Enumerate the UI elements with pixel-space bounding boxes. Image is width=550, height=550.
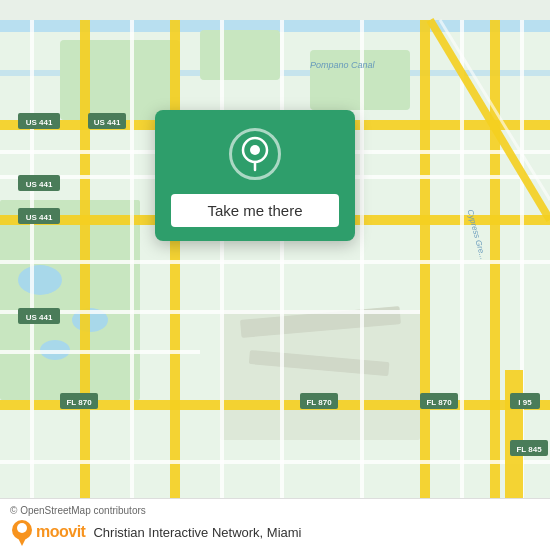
- svg-text:FL 870: FL 870: [306, 398, 332, 407]
- svg-text:US 441: US 441: [26, 118, 53, 127]
- attribution-text: © OpenStreetMap contributors: [10, 505, 540, 516]
- location-icon-wrap: [229, 128, 281, 180]
- svg-text:FL 870: FL 870: [426, 398, 452, 407]
- svg-rect-6: [0, 200, 140, 400]
- svg-point-65: [17, 523, 27, 533]
- moovit-logo: moovit: [10, 518, 85, 546]
- svg-rect-3: [60, 40, 180, 120]
- svg-rect-19: [490, 20, 500, 530]
- svg-rect-18: [420, 20, 430, 530]
- svg-text:US 441: US 441: [94, 118, 121, 127]
- svg-rect-30: [360, 20, 364, 530]
- svg-rect-26: [30, 20, 34, 530]
- map-svg: US 441 US 441 US 441 US 441 FL 814 US 44…: [0, 0, 550, 550]
- map-container: US 441 US 441 US 441 US 441 FL 814 US 44…: [0, 0, 550, 550]
- location-card: Take me there: [155, 110, 355, 241]
- svg-point-7: [18, 265, 62, 295]
- svg-point-62: [250, 145, 260, 155]
- bottom-bar: © OpenStreetMap contributors moovit Chri…: [0, 498, 550, 550]
- svg-marker-66: [17, 536, 27, 546]
- app-name: Christian Interactive Network, Miami: [93, 525, 301, 540]
- svg-text:FL 870: FL 870: [66, 398, 92, 407]
- take-me-there-button[interactable]: Take me there: [171, 194, 339, 227]
- svg-text:US 441: US 441: [26, 180, 53, 189]
- svg-rect-31: [460, 20, 464, 530]
- svg-text:US 441: US 441: [26, 213, 53, 222]
- location-pin-icon: [239, 136, 271, 172]
- moovit-pin-icon: [10, 518, 34, 546]
- app-title-row: moovit Christian Interactive Network, Mi…: [10, 518, 540, 546]
- svg-rect-16: [80, 20, 90, 530]
- svg-text:FL 845: FL 845: [516, 445, 542, 454]
- svg-text:Pompano Canal: Pompano Canal: [310, 60, 376, 70]
- svg-text:US 441: US 441: [26, 313, 53, 322]
- svg-rect-22: [0, 260, 550, 264]
- svg-rect-17: [170, 20, 180, 530]
- svg-rect-27: [130, 20, 134, 530]
- svg-rect-29: [280, 20, 284, 530]
- moovit-text: moovit: [36, 523, 85, 541]
- svg-rect-4: [200, 30, 280, 80]
- svg-rect-28: [220, 20, 224, 530]
- svg-text:I 95: I 95: [518, 398, 532, 407]
- svg-rect-25: [0, 460, 550, 464]
- svg-rect-23: [0, 310, 420, 314]
